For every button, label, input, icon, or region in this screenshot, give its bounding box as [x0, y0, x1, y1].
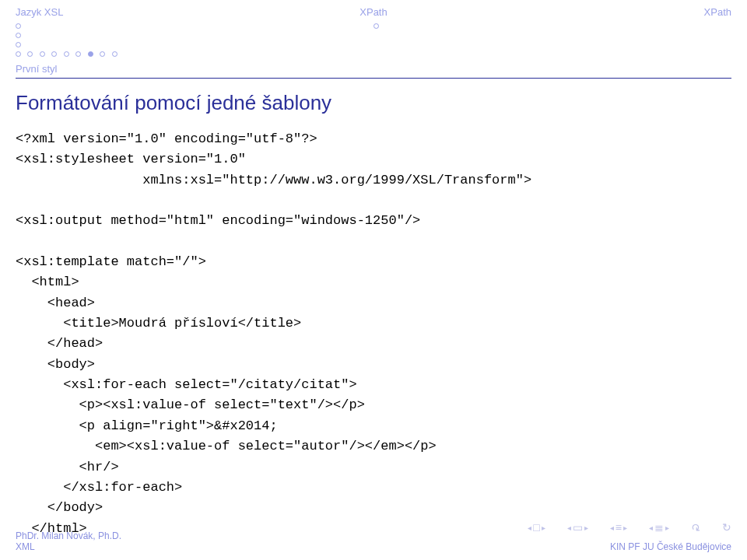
nav-section-center[interactable]: XPath — [254, 6, 493, 18]
progress-dot — [64, 51, 69, 57]
progress-dot — [100, 51, 105, 57]
progress-dot-current — [88, 51, 93, 57]
footer-title: XML — [16, 541, 121, 552]
progress-row-3 — [0, 40, 747, 49]
subsection-label: První styl — [0, 58, 747, 75]
nav-section-left[interactable]: Jazyk XSL — [16, 6, 254, 18]
progress-dot — [16, 23, 21, 29]
progress-row-4 — [0, 49, 747, 58]
progress-dot — [51, 51, 57, 57]
progress-row-1 — [0, 21, 747, 30]
progress-dot — [16, 42, 21, 47]
progress-dot — [374, 23, 379, 29]
footer-institute: KIN PF JU České Budějovice — [610, 541, 731, 552]
progress-dot — [40, 51, 45, 57]
progress-dot — [16, 33, 21, 38]
nav-section-right[interactable]: XPath — [493, 6, 731, 18]
progress-dot — [16, 51, 21, 57]
footer-author: PhDr. Milan Novák, Ph.D. — [16, 530, 121, 541]
progress-row-2 — [0, 30, 747, 40]
progress-dot — [112, 51, 117, 57]
progress-dot — [75, 51, 81, 57]
slide-title: Formátování pomocí jedné šablony — [0, 79, 747, 115]
code-block: <?xml version="1.0" encoding="utf-8"?> <… — [0, 115, 747, 539]
progress-dot — [27, 51, 33, 57]
